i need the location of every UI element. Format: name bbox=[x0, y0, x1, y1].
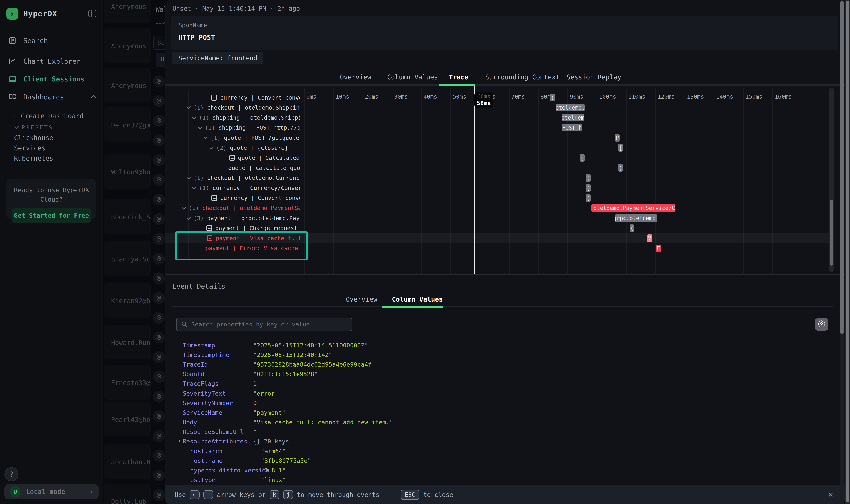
chevron-down-icon[interactable] bbox=[182, 205, 186, 210]
event-details-tab-column-values[interactable]: Column Values bbox=[392, 295, 443, 303]
column-settings-button[interactable] bbox=[815, 318, 828, 331]
trace-span-bar[interactable]: ( bbox=[550, 94, 555, 102]
presets-group[interactable]: PRESETS bbox=[15, 124, 53, 131]
chevron-down-icon[interactable] bbox=[192, 185, 196, 190]
trace-span-row[interactable]: (1)checkout | oteldemo.CurrencySe… bbox=[187, 174, 300, 182]
sidebar-item-dashboards[interactable]: Dashboards bbox=[0, 90, 103, 104]
trace-span-bar[interactable]: P bbox=[615, 134, 620, 142]
trace-span-bar[interactable]: ( bbox=[630, 224, 634, 232]
close-icon[interactable]: ✕ bbox=[828, 489, 833, 499]
sidebar-item-services[interactable]: Services bbox=[14, 144, 46, 152]
trace-span-row[interactable]: (1)quote | POST /getquote bbox=[204, 134, 300, 142]
trace-span-bar[interactable]: ( bbox=[618, 164, 623, 172]
chevron-down-icon[interactable] bbox=[192, 114, 196, 119]
sidebar-item-clickhouse[interactable]: Clickhouse bbox=[14, 134, 53, 142]
trace-span-label: payment | grpc.oteldemo.Paymen… bbox=[207, 215, 300, 221]
waterfall-scrollbar[interactable] bbox=[829, 88, 834, 272]
trace-span-row[interactable]: currency | Convert convers… bbox=[211, 93, 300, 102]
timeline-gridline bbox=[480, 88, 480, 274]
chevron-down-icon[interactable] bbox=[198, 125, 202, 129]
scrollbar-thumb[interactable] bbox=[840, 1, 844, 334]
tab-session-replay[interactable]: Session Replay bbox=[566, 73, 621, 81]
timeline-gridline bbox=[450, 88, 451, 274]
trace-span-row[interactable]: currency | Convert convers… bbox=[211, 194, 300, 202]
property-value: 1 bbox=[253, 380, 257, 387]
trace-span-row[interactable]: quote | calculate-quote bbox=[228, 164, 300, 172]
search-logs-icon bbox=[8, 36, 17, 45]
scrollbar-thumb[interactable] bbox=[846, 1, 849, 502]
trace-span-bar[interactable]: grpc.oteldemo. bbox=[615, 214, 657, 222]
trace-span-bar[interactable]: POST h bbox=[562, 124, 582, 132]
footer-text: Use bbox=[175, 491, 186, 498]
property-search-input[interactable]: Search properties by key or value bbox=[176, 318, 352, 331]
scrollbar-thumb[interactable] bbox=[830, 199, 833, 266]
property-row: ▾ResourceAttributes{} 20 keys bbox=[165, 437, 816, 446]
trace-span-bar[interactable]: E bbox=[656, 245, 661, 252]
trace-span-row[interactable]: (1)checkout | oteldemo.ShippingSe… bbox=[187, 104, 300, 112]
trace-span-row[interactable]: (1)shipping | POST http://quo… bbox=[198, 124, 300, 132]
local-mode-menu[interactable]: U Local mode › bbox=[4, 484, 99, 499]
chevron-down-icon[interactable] bbox=[187, 215, 191, 219]
sidebar-item-chart-explorer[interactable]: Chart Explorer bbox=[0, 54, 103, 68]
trace-span-bar[interactable]: ( bbox=[586, 194, 591, 202]
modal-scrollbar[interactable] bbox=[840, 0, 844, 504]
trace-span-row[interactable]: (3)payment | grpc.oteldemo.Paymen… bbox=[187, 214, 300, 222]
trace-span-bar[interactable]: ( bbox=[586, 174, 591, 182]
property-key: SpanId bbox=[183, 371, 204, 378]
property-string-value: 021fcfc15c1e9528 bbox=[257, 371, 314, 378]
chevron-down-icon[interactable] bbox=[204, 134, 208, 139]
trace-span-row[interactable]: payment | Charge request rec… bbox=[206, 224, 300, 232]
divider bbox=[0, 53, 102, 53]
trace-span-bar[interactable]: V bbox=[647, 234, 652, 242]
trace-span-bar[interactable]: oteldemo. bbox=[556, 104, 584, 111]
service-name-badge[interactable]: ServiceName: frontend bbox=[172, 52, 263, 64]
trace-span-bar[interactable]: oteldem bbox=[562, 114, 584, 122]
sidebar-collapse-icon[interactable] bbox=[88, 10, 97, 17]
trace-span-row[interactable]: quote | Calculated q… bbox=[229, 154, 300, 162]
chevron-down-icon[interactable] bbox=[187, 175, 191, 179]
property-number-value: 0 bbox=[253, 399, 257, 407]
sidebar-item-label: Dashboards bbox=[23, 93, 64, 101]
log-event-icon bbox=[229, 155, 235, 161]
sidebar-item-kubernetes[interactable]: Kubernetes bbox=[14, 155, 53, 162]
property-key: ResourceSchemaUrl bbox=[183, 428, 244, 435]
tab-trace[interactable]: Trace bbox=[449, 73, 468, 81]
property-key: host.arch bbox=[190, 448, 222, 455]
span-name-value: HTTP POST bbox=[178, 34, 830, 41]
trace-span-row[interactable]: (1)shipping | oteldemo.Shipping… bbox=[192, 113, 300, 122]
chevron-down-icon[interactable] bbox=[187, 105, 191, 109]
chevron-down-icon[interactable] bbox=[210, 145, 214, 149]
window-scrollbar[interactable] bbox=[845, 0, 850, 504]
property-value: "021fcfc15c1e9528" bbox=[253, 371, 318, 378]
sidebar-item-client-sessions[interactable]: Client Sessions bbox=[0, 72, 103, 86]
trace-span-bar[interactable]: { bbox=[618, 144, 623, 152]
child-count: (1) bbox=[199, 114, 209, 121]
tab-surrounding-context[interactable]: Surrounding Context bbox=[485, 73, 560, 81]
help-button[interactable]: ? bbox=[4, 467, 18, 481]
trace-span-bar[interactable]: ( bbox=[586, 184, 591, 192]
chevron-up-icon bbox=[91, 95, 96, 101]
get-started-button[interactable]: Get Started for Free bbox=[12, 209, 91, 222]
property-string-value: Visa cache full: cannot add new item. bbox=[257, 419, 390, 426]
timeline-gridline bbox=[538, 88, 539, 274]
trace-span-bar[interactable]: ( bbox=[579, 154, 584, 162]
sidebar-item-search[interactable]: Search bbox=[0, 34, 103, 48]
property-key: host.name bbox=[190, 457, 222, 464]
active-tab-indicator bbox=[439, 84, 475, 86]
property-value: "error" bbox=[253, 390, 278, 397]
trace-span-row[interactable]: (2)quote | {closure} bbox=[210, 144, 300, 152]
trace-span-row[interactable]: (1)currency | Currency/Convert bbox=[192, 184, 300, 192]
trace-span-row[interactable]: (1)checkout | oteldemo.PaymentServi… bbox=[182, 204, 300, 212]
property-string-value: 0.8.1 bbox=[265, 467, 282, 474]
trace-span-bar[interactable]: oteldemo.PaymentService/Char bbox=[591, 204, 675, 212]
create-dashboard-button[interactable]: + Create Dashboard bbox=[13, 112, 84, 120]
collapse-toggle-icon[interactable]: ▾ bbox=[178, 438, 181, 443]
tab-overview[interactable]: Overview bbox=[340, 73, 371, 81]
timeline-gridline bbox=[685, 88, 685, 274]
event-details-tab-overview[interactable]: Overview bbox=[346, 295, 377, 303]
tab-column-values[interactable]: Column Values bbox=[387, 73, 438, 81]
property-key: hyperdx.distro.version bbox=[190, 467, 269, 474]
footer-text: to move through events bbox=[297, 491, 379, 498]
logo-row: ⚡ HyperDX bbox=[6, 6, 96, 21]
child-count: (1) bbox=[189, 205, 199, 211]
